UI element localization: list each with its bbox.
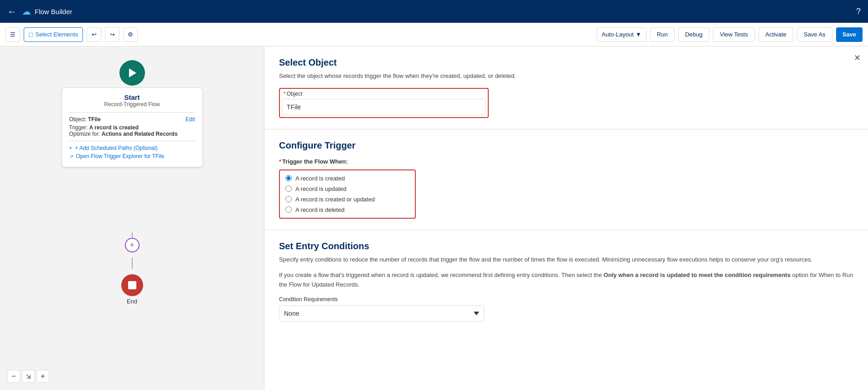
start-node: Start Record-Triggered Flow Object: TFil… xyxy=(62,60,203,167)
auto-layout-label: Auto-Layout xyxy=(602,31,634,38)
required-asterisk: * xyxy=(284,91,286,97)
trigger-option-updated-label: A record is updated xyxy=(295,185,346,192)
save-as-button[interactable]: Save As xyxy=(797,27,832,42)
condition-requirements-label: Condition Requirements xyxy=(279,296,853,303)
trigger-when-label: *Trigger the Flow When: xyxy=(279,158,853,165)
zoom-fit-button[interactable]: ⇲ xyxy=(22,370,35,383)
select-elements-label: Select Elements xyxy=(35,31,78,38)
redo-button[interactable]: ↪ xyxy=(105,27,119,42)
trigger-required-asterisk: * xyxy=(279,158,281,165)
configure-trigger-section: Configure Trigger *Trigger the Flow When… xyxy=(264,129,868,230)
select-object-section: Select Object Select the object whose re… xyxy=(264,46,868,129)
close-panel-button[interactable]: ✕ xyxy=(854,53,861,63)
save-button[interactable]: Save xyxy=(836,27,863,42)
select-object-description: Select the object whose records trigger … xyxy=(279,72,853,81)
select-object-title: Select Object xyxy=(279,57,853,68)
toolbar: ☰ □ Select Elements ↩ ↪ ⚙ Auto-Layout ▼ … xyxy=(0,23,868,46)
entry-conditions-desc1: Specify entry conditions to reduce the n… xyxy=(279,255,853,265)
auto-layout-button[interactable]: Auto-Layout ▼ xyxy=(597,27,646,42)
activate-button[interactable]: Activate xyxy=(759,27,793,42)
start-card-divider xyxy=(69,112,195,113)
undo-icon: ↩ xyxy=(92,31,97,38)
cloud-icon: ☁ xyxy=(22,6,31,17)
select-elements-button[interactable]: □ Select Elements xyxy=(24,27,83,42)
trigger-radio-created-updated[interactable] xyxy=(285,196,292,202)
undo-button[interactable]: ↩ xyxy=(87,27,101,42)
zoom-controls: − ⇲ + xyxy=(7,370,49,383)
debug-button[interactable]: Debug xyxy=(678,27,709,42)
condition-requirements-select[interactable]: None All Conditions Are Met (AND) Any Co… xyxy=(279,305,484,322)
start-card-trigger-row: Trigger: A record is created xyxy=(69,124,195,131)
start-card-edit-link[interactable]: Edit xyxy=(186,116,195,123)
start-card-subtitle: Record-Triggered Flow xyxy=(69,101,195,108)
trigger-option-created-label: A record is created xyxy=(295,175,345,182)
object-field-wrapper: *Object xyxy=(279,88,489,118)
open-flow-trigger-link[interactable]: ↗ Open Flow Trigger Explorer for TFile xyxy=(69,153,195,159)
configure-trigger-title: Configure Trigger xyxy=(279,140,853,151)
plus-icon: + xyxy=(69,145,72,151)
trigger-option-created-updated-label: A record is created or updated xyxy=(295,196,375,203)
zoom-out-button[interactable]: − xyxy=(7,370,20,383)
entry-desc2-part1: If you create a flow that's triggered wh… xyxy=(279,272,604,278)
external-link-icon: ↗ xyxy=(69,154,73,159)
view-tests-button[interactable]: View Tests xyxy=(713,27,755,42)
select-elements-icon: □ xyxy=(29,31,32,38)
add-element-button[interactable]: + xyxy=(125,238,140,252)
connector-bottom xyxy=(132,258,133,269)
add-node: + xyxy=(125,238,140,252)
trigger-option-updated[interactable]: A record is updated xyxy=(285,185,409,192)
entry-conditions-section: Set Entry Conditions Specify entry condi… xyxy=(264,230,868,333)
start-card-optimize-row: Optimize for: Actions and Related Record… xyxy=(69,131,195,137)
run-button[interactable]: Run xyxy=(650,27,675,42)
chevron-down-icon: ▼ xyxy=(636,31,641,38)
trigger-radio-updated[interactable] xyxy=(285,185,292,192)
start-card-divider-2 xyxy=(69,141,195,141)
end-square-icon xyxy=(128,281,136,289)
start-card-object-text: Object: TFile xyxy=(69,116,101,123)
svg-marker-0 xyxy=(129,68,136,77)
app-title: Flow Builder xyxy=(35,8,72,15)
back-icon[interactable]: ← xyxy=(7,6,16,17)
zoom-in-button[interactable]: + xyxy=(36,370,49,383)
panel-toggle-icon: ☰ xyxy=(10,31,16,38)
settings-icon: ⚙ xyxy=(128,31,133,38)
trigger-option-created-updated[interactable]: A record is created or updated xyxy=(285,196,409,203)
end-circle-button[interactable] xyxy=(121,274,143,296)
object-input[interactable] xyxy=(282,99,486,115)
settings-button[interactable]: ⚙ xyxy=(123,27,138,42)
object-field-label: *Object xyxy=(282,91,486,97)
top-navigation: ← ☁ Flow Builder ? xyxy=(0,0,868,23)
start-card: Start Record-Triggered Flow Object: TFil… xyxy=(62,87,203,167)
trigger-options-box: A record is created A record is updated … xyxy=(279,169,416,219)
panel-toggle-button[interactable]: ☰ xyxy=(5,27,20,42)
redo-icon: ↪ xyxy=(110,31,115,38)
main-area: Start Record-Triggered Flow Object: TFil… xyxy=(0,46,868,390)
trigger-option-deleted-label: A record is deleted xyxy=(295,206,345,213)
flow-canvas: Start Record-Triggered Flow Object: TFil… xyxy=(0,46,264,390)
start-card-title: Start xyxy=(69,93,195,101)
end-label: End xyxy=(127,298,137,305)
trigger-option-created[interactable]: A record is created xyxy=(285,175,409,182)
trigger-option-deleted[interactable]: A record is deleted xyxy=(285,206,409,213)
entry-conditions-desc2: If you create a flow that's triggered wh… xyxy=(279,271,853,290)
trigger-radio-created[interactable] xyxy=(285,175,292,181)
start-play-button[interactable] xyxy=(119,60,145,86)
entry-desc2-bold: Only when a record is updated to meet th… xyxy=(604,272,790,278)
trigger-radio-deleted[interactable] xyxy=(285,206,292,213)
add-scheduled-paths-link[interactable]: + + Add Scheduled Paths (Optional) xyxy=(69,145,195,151)
end-node: End xyxy=(121,274,143,305)
right-panel: ✕ Select Object Select the object whose … xyxy=(264,46,868,390)
start-card-object-row: Object: TFile Edit xyxy=(69,116,195,123)
help-icon[interactable]: ? xyxy=(856,7,861,16)
entry-conditions-title: Set Entry Conditions xyxy=(279,241,853,251)
